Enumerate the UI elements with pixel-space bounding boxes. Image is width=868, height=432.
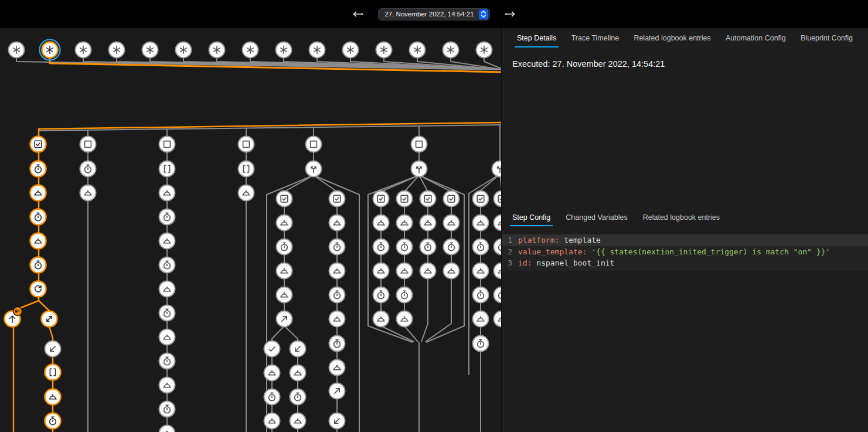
trace-node-arrowne[interactable]: [277, 311, 292, 327]
trace-node-square[interactable]: [411, 137, 427, 152]
trace-node-serv[interactable]: [30, 185, 46, 201]
trace-node-serv[interactable]: [373, 311, 389, 327]
trace-node-arrowne[interactable]: [329, 383, 345, 399]
trace-node-delay[interactable]: [30, 209, 46, 225]
tab-config-related-logbook-entries[interactable]: Related logbook entries: [639, 209, 723, 226]
trace-node-trigger[interactable]: [109, 42, 125, 58]
trace-node-trigger[interactable]: [40, 40, 60, 60]
trace-node-delay[interactable]: [473, 239, 489, 255]
trace-node-serv[interactable]: [264, 413, 280, 429]
trace-node-brackets[interactable]: [239, 161, 254, 177]
previous-run-button[interactable]: [350, 6, 365, 22]
trace-node-serv[interactable]: [277, 287, 292, 303]
trace-node-serv[interactable]: [277, 215, 292, 231]
trace-node-trigger[interactable]: [243, 42, 258, 58]
trace-node-serv[interactable]: [444, 215, 459, 231]
trace-node-split[interactable]: [492, 161, 502, 177]
trace-node-delay[interactable]: [30, 257, 46, 273]
trace-node-trigger[interactable]: [343, 42, 359, 58]
trace-node-brackets[interactable]: [159, 161, 175, 177]
next-run-button[interactable]: [503, 6, 518, 22]
trace-node-serv[interactable]: [159, 426, 175, 432]
trace-node-delay[interactable]: [264, 389, 280, 405]
trace-node-serv[interactable]: [473, 215, 489, 231]
trace-node-delay[interactable]: [420, 239, 436, 255]
tab-related-logbook-entries[interactable]: Related logbook entries: [630, 28, 714, 47]
trace-node-cond[interactable]: [277, 191, 292, 207]
trace-node-check[interactable]: [264, 341, 280, 357]
trace-node-serv[interactable]: [329, 311, 345, 327]
trace-node-serv[interactable]: [494, 215, 502, 231]
trace-node-serv[interactable]: [494, 311, 502, 327]
trace-node-trigger[interactable]: [276, 42, 292, 58]
trace-node-serv[interactable]: [159, 329, 175, 345]
run-select[interactable]: 27. November 2022, 14:54:21: [378, 8, 489, 21]
trace-node-serv[interactable]: [373, 263, 389, 279]
trace-node-delay[interactable]: [159, 353, 175, 369]
trace-node-serv[interactable]: [290, 365, 306, 381]
trace-node-split[interactable]: [411, 161, 427, 177]
yaml-code-block[interactable]: 1platform: template 2value_template: '{{…: [502, 234, 868, 271]
trace-node-arrowsw[interactable]: [329, 413, 345, 429]
trace-node-cond[interactable]: [473, 191, 489, 207]
trace-node-delay[interactable]: [494, 287, 502, 303]
trace-node-delay[interactable]: [277, 239, 292, 255]
trace-node-trigger[interactable]: [443, 42, 459, 58]
trace-node-delay[interactable]: [473, 336, 489, 352]
trace-node-serv[interactable]: [290, 413, 306, 429]
trace-node-cond[interactable]: [30, 137, 46, 152]
trace-node-serv[interactable]: [494, 263, 502, 279]
trace-node-serv[interactable]: [159, 281, 175, 297]
trace-node-serv[interactable]: [30, 233, 46, 249]
trace-node-serv[interactable]: [397, 263, 413, 279]
trace-node-serv[interactable]: [277, 263, 292, 279]
trace-node-trigger[interactable]: [176, 42, 192, 58]
trace-node-serv[interactable]: [397, 311, 413, 327]
trace-node-square[interactable]: [80, 137, 96, 152]
trace-node-serv[interactable]: [239, 185, 254, 201]
trace-node-serv[interactable]: [420, 215, 436, 231]
trace-node-trigger[interactable]: [209, 42, 225, 58]
trace-node-square[interactable]: [239, 137, 254, 152]
trace-node-square[interactable]: [159, 137, 175, 152]
trace-node-repeat[interactable]: [30, 281, 46, 297]
tab-changed-variables[interactable]: Changed Variables: [562, 209, 631, 226]
trace-node-delay[interactable]: [329, 287, 345, 303]
trace-node-cond[interactable]: [420, 191, 436, 207]
trace-node-delay[interactable]: [159, 305, 175, 321]
tab-trace-timeline[interactable]: Trace Timeline: [568, 28, 623, 47]
trace-node-delay[interactable]: [397, 239, 413, 255]
trace-node-delay[interactable]: [290, 389, 306, 405]
trace-node-split[interactable]: [306, 161, 322, 177]
tab-blueprint-config[interactable]: Blueprint Config: [797, 28, 856, 47]
trace-node-serv[interactable]: [473, 311, 489, 327]
trace-node-brackets[interactable]: [45, 365, 61, 380]
tab-step-details[interactable]: Step Details: [513, 28, 560, 47]
trace-node-cond[interactable]: [444, 191, 459, 207]
trace-node-serv[interactable]: [444, 263, 459, 279]
trace-node-serv[interactable]: [373, 215, 389, 231]
trace-node-trigger[interactable]: [309, 42, 325, 58]
trace-node-delay[interactable]: [329, 336, 345, 352]
trace-node-serv[interactable]: [329, 360, 345, 376]
trace-node-delay[interactable]: [373, 239, 389, 255]
trace-node-trigger[interactable]: [410, 42, 426, 58]
trace-node-trigger[interactable]: [76, 42, 91, 58]
trace-node-serv[interactable]: [80, 185, 96, 201]
trace-node-cond[interactable]: [494, 191, 502, 207]
trace-node-serv[interactable]: [329, 215, 345, 231]
trace-node-trigger[interactable]: [376, 42, 392, 58]
trace-node-serv[interactable]: [397, 215, 413, 231]
trace-node-arrowsw[interactable]: [45, 341, 61, 357]
trace-node-delay[interactable]: [494, 239, 502, 255]
trace-node-trigger[interactable]: [476, 42, 492, 58]
trace-node-cond[interactable]: [373, 191, 389, 207]
trace-node-delay[interactable]: [444, 239, 459, 255]
trace-node-delay[interactable]: [45, 413, 61, 429]
trace-node-cond[interactable]: [397, 191, 413, 207]
trace-node-serv[interactable]: [159, 185, 175, 201]
trace-node-serv[interactable]: [45, 389, 61, 405]
trace-node-serv[interactable]: [329, 263, 345, 279]
trace-node-arrowsw[interactable]: [290, 341, 306, 357]
trace-node-delay[interactable]: [159, 257, 175, 273]
